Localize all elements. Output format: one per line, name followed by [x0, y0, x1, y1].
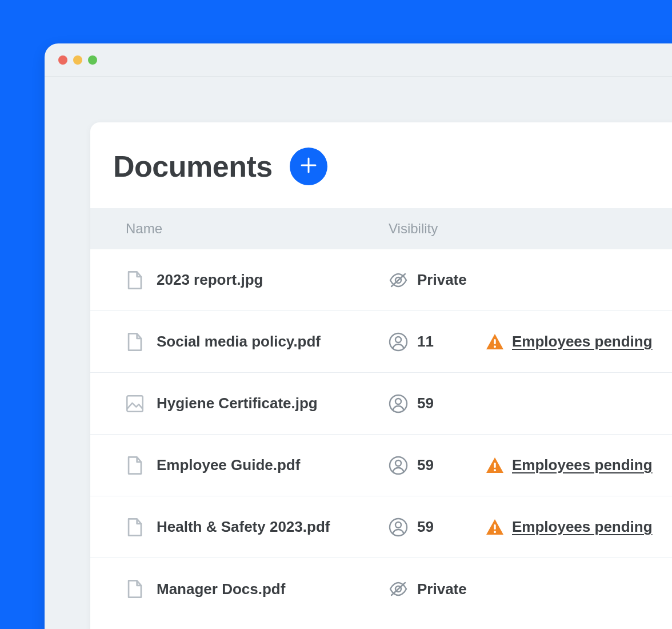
visibility-label: 11 [417, 333, 434, 351]
svg-point-16 [395, 522, 401, 528]
cell-name: Manager Docs.pdf [126, 579, 389, 599]
person-icon [389, 456, 408, 475]
person-icon [389, 332, 408, 352]
image-file-icon [126, 394, 144, 413]
svg-point-5 [395, 337, 401, 343]
svg-rect-13 [494, 463, 495, 468]
add-document-button[interactable] [290, 148, 327, 185]
cell-name: Employee Guide.pdf [126, 456, 389, 475]
eye-off-icon [389, 579, 408, 599]
warning-icon [486, 518, 504, 536]
plus-icon [300, 157, 317, 176]
svg-rect-8 [127, 396, 142, 411]
file-name: Employee Guide.pdf [157, 456, 300, 474]
warning-icon [486, 333, 504, 351]
visibility-label: 59 [417, 456, 434, 474]
employees-pending-link[interactable]: Employees pending [512, 333, 653, 351]
warning-icon [486, 456, 504, 475]
document-file-icon [126, 270, 144, 290]
titlebar [45, 43, 672, 77]
file-name: Hygiene Certificate.jpg [157, 395, 318, 412]
svg-rect-6 [494, 339, 495, 344]
employees-pending-link[interactable]: Employees pending [512, 518, 653, 536]
document-file-icon [126, 456, 144, 475]
cell-visibility: 59 [389, 456, 486, 475]
file-name: Social media policy.pdf [157, 333, 321, 351]
cell-visibility: 59 [389, 517, 486, 537]
table-row[interactable]: Manager Docs.pdf Private [90, 558, 672, 620]
table-header: Name Visibility [90, 208, 672, 249]
svg-point-18 [494, 531, 496, 533]
cell-status: Employees pending [486, 518, 653, 536]
cell-status: Employees pending [486, 333, 653, 351]
window-close-icon[interactable] [58, 55, 67, 65]
cell-name: Hygiene Certificate.jpg [126, 394, 389, 413]
person-icon [389, 517, 408, 537]
visibility-label: 59 [417, 395, 434, 412]
cell-visibility: 11 [389, 332, 486, 352]
svg-point-14 [494, 469, 496, 471]
window-minimize-icon[interactable] [73, 55, 82, 65]
table-row[interactable]: 2023 report.jpg Private [90, 249, 672, 311]
person-icon [389, 394, 408, 413]
svg-point-7 [494, 345, 496, 348]
app-window: Documents Name Visibility [45, 43, 672, 629]
visibility-label: 59 [417, 518, 434, 536]
svg-point-12 [395, 460, 401, 466]
visibility-label: Private [417, 580, 467, 598]
table-row[interactable]: Health & Safety 2023.pdf 59 Employees pe… [90, 496, 672, 558]
cell-visibility: Private [389, 579, 486, 599]
table-row[interactable]: Employee Guide.pdf 59 Employees pending [90, 435, 672, 496]
cell-name: Health & Safety 2023.pdf [126, 517, 389, 537]
document-file-icon [126, 579, 144, 599]
table-row[interactable]: Social media policy.pdf 11 Employees pen… [90, 311, 672, 373]
documents-card: Documents Name Visibility [90, 122, 672, 629]
content-area: Documents Name Visibility [45, 77, 672, 629]
table-body: 2023 report.jpg Private Social media pol… [90, 249, 672, 620]
column-visibility: Visibility [389, 221, 672, 237]
employees-pending-link[interactable]: Employees pending [512, 456, 653, 474]
cell-status: Employees pending [486, 456, 653, 475]
eye-off-icon [389, 270, 408, 290]
cell-visibility: 59 [389, 394, 486, 413]
document-file-icon [126, 517, 144, 537]
file-name: Manager Docs.pdf [157, 580, 285, 598]
document-file-icon [126, 332, 144, 352]
window-maximize-icon[interactable] [88, 55, 97, 65]
column-name: Name [126, 221, 389, 237]
table-row[interactable]: Hygiene Certificate.jpg 59 [90, 373, 672, 435]
cell-name: Social media policy.pdf [126, 332, 389, 352]
cell-visibility: Private [389, 270, 486, 290]
documents-table: Name Visibility 2023 report.jpg Private … [90, 208, 672, 620]
svg-rect-17 [494, 524, 495, 530]
visibility-label: Private [417, 271, 467, 289]
page-title: Documents [113, 149, 273, 184]
card-header: Documents [90, 122, 672, 208]
cell-name: 2023 report.jpg [126, 270, 389, 290]
svg-point-10 [395, 399, 401, 404]
file-name: 2023 report.jpg [157, 271, 263, 289]
file-name: Health & Safety 2023.pdf [157, 518, 330, 536]
